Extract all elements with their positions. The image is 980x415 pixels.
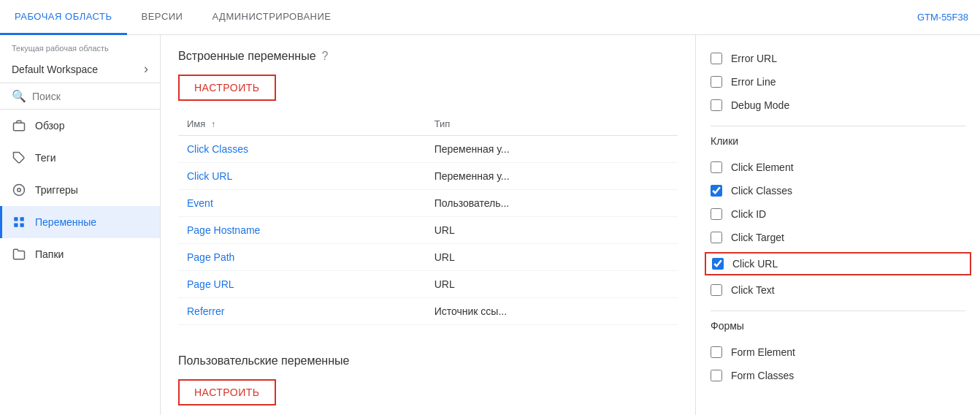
workspace-selector[interactable]: Default Workspace › xyxy=(0,56,160,83)
variable-link[interactable]: Page URL xyxy=(187,278,234,290)
error-url-checkbox[interactable] xyxy=(711,53,722,64)
debug-mode-checkbox[interactable] xyxy=(711,99,722,111)
table-row: Event Пользователь... xyxy=(178,190,678,217)
table-cell-name: Page URL xyxy=(178,271,426,298)
sidebar-item-tags-label: Теги xyxy=(35,152,55,164)
click-url-checkbox[interactable] xyxy=(712,258,724,270)
checkbox-error-url: Error URL xyxy=(711,47,965,70)
chevron-right-icon: › xyxy=(144,61,148,77)
table-cell-name: Click URL xyxy=(178,163,426,190)
click-target-label: Click Target xyxy=(731,232,784,243)
search-bar: 🔍 xyxy=(0,83,160,110)
panel-divider-1 xyxy=(711,126,965,126)
table-row: Referrer Источник ссы... xyxy=(178,298,678,325)
svg-rect-0 xyxy=(14,123,25,131)
click-classes-checkbox[interactable] xyxy=(711,185,722,197)
configure-button[interactable]: НАСТРОИТЬ xyxy=(178,75,276,101)
briefcase-icon xyxy=(12,118,26,133)
sidebar-item-folders[interactable]: Папки xyxy=(0,238,160,270)
error-line-label: Error Line xyxy=(731,76,776,88)
table-cell-type: Переменная у... xyxy=(426,163,678,190)
checkbox-form-element: Form Element xyxy=(711,340,965,364)
table-row: Page Path URL xyxy=(178,244,678,271)
sidebar-item-overview[interactable]: Обзор xyxy=(0,110,160,142)
checkbox-click-classes: Click Classes xyxy=(711,179,965,202)
checkbox-click-target: Click Target xyxy=(711,226,965,249)
gtm-id: GTM-55F38 xyxy=(906,12,980,23)
tab-admin[interactable]: АДМИНИСТРИРОВАНИЕ xyxy=(197,0,345,35)
sidebar-item-folders-label: Папки xyxy=(35,248,64,260)
click-id-label: Click ID xyxy=(731,208,766,220)
checkbox-debug-mode: Debug Mode xyxy=(711,94,965,117)
tab-workspace[interactable]: РАБОЧАЯ ОБЛАСТЬ xyxy=(0,0,127,35)
clicks-title: Клики xyxy=(711,135,965,147)
click-text-label: Click Text xyxy=(731,284,775,296)
click-element-checkbox[interactable] xyxy=(711,161,722,173)
checkbox-click-element: Click Element xyxy=(711,156,965,179)
sidebar-item-tags[interactable]: Теги xyxy=(0,142,160,174)
top-nav: РАБОЧАЯ ОБЛАСТЬ ВЕРСИИ АДМИНИСТРИРОВАНИЕ… xyxy=(0,0,980,35)
main-layout: Текущая рабочая область Default Workspac… xyxy=(0,35,980,415)
workspace-label: Текущая рабочая область xyxy=(0,35,160,56)
error-line-checkbox[interactable] xyxy=(711,76,722,88)
table-cell-type: Переменная у... xyxy=(426,136,678,163)
checkbox-click-text: Click Text xyxy=(711,278,965,302)
form-classes-checkbox[interactable] xyxy=(711,370,722,381)
click-text-checkbox[interactable] xyxy=(711,284,722,296)
svg-rect-5 xyxy=(20,217,24,221)
variable-link[interactable]: Page Hostname xyxy=(187,224,260,236)
variable-link[interactable]: Event xyxy=(187,197,213,209)
click-target-checkbox[interactable] xyxy=(711,232,722,243)
click-url-label: Click URL xyxy=(732,258,778,270)
table-row: Page Hostname URL xyxy=(178,217,678,244)
svg-rect-7 xyxy=(20,224,24,227)
table-cell-name: Page Path xyxy=(178,244,426,271)
sidebar: Текущая рабочая область Default Workspac… xyxy=(0,35,161,415)
click-element-label: Click Element xyxy=(731,161,794,173)
svg-rect-6 xyxy=(14,224,18,227)
table-cell-type: URL xyxy=(426,217,678,244)
search-icon: 🔍 xyxy=(12,89,26,103)
forms-title: Формы xyxy=(711,320,965,332)
variable-link[interactable]: Click Classes xyxy=(187,143,248,155)
table-cell-name: Click Classes xyxy=(178,136,426,163)
table-cell-name: Referrer xyxy=(178,298,426,325)
checkbox-form-classes: Form Classes xyxy=(711,364,965,387)
checkbox-error-line: Error Line xyxy=(711,70,965,94)
sidebar-item-variables-label: Переменные xyxy=(35,216,96,228)
variable-link[interactable]: Page Path xyxy=(187,251,234,263)
builtin-section-title: Встроенные переменные ? xyxy=(178,50,678,63)
help-icon[interactable]: ? xyxy=(322,50,329,63)
svg-point-2 xyxy=(14,185,25,196)
custom-section-title: Пользовательские переменные xyxy=(178,354,678,368)
sidebar-item-triggers[interactable]: Триггеры xyxy=(0,174,160,206)
search-input[interactable] xyxy=(32,91,148,102)
content-area: Встроенные переменные ? НАСТРОИТЬ Имя ↑ … xyxy=(161,35,695,415)
circle-icon xyxy=(12,183,26,197)
click-classes-label: Click Classes xyxy=(731,185,792,197)
table-cell-type: URL xyxy=(426,271,678,298)
col-name: Имя ↑ xyxy=(178,113,426,136)
svg-point-3 xyxy=(18,189,21,192)
custom-section: Пользовательские переменные НАСТРОИТЬ xyxy=(178,343,678,415)
tab-versions[interactable]: ВЕРСИИ xyxy=(127,0,198,35)
tag-icon xyxy=(12,151,26,165)
configure-custom-button[interactable]: НАСТРОИТЬ xyxy=(178,379,276,406)
col-type: Тип xyxy=(426,113,678,136)
debug-mode-label: Debug Mode xyxy=(731,99,789,111)
sidebar-item-variables[interactable]: Переменные xyxy=(0,206,160,238)
table-row: Page URL URL xyxy=(178,271,678,298)
table-cell-type: URL xyxy=(426,244,678,271)
table-cell-name: Page Hostname xyxy=(178,217,426,244)
variable-link[interactable]: Referrer xyxy=(187,305,224,317)
content-inner: Встроенные переменные ? НАСТРОИТЬ Имя ↑ … xyxy=(161,35,695,415)
table-cell-name: Event xyxy=(178,190,426,217)
error-section: Error URL Error Line Debug Mode xyxy=(711,47,965,117)
form-classes-label: Form Classes xyxy=(731,370,794,381)
variable-link[interactable]: Click URL xyxy=(187,170,232,182)
form-element-checkbox[interactable] xyxy=(711,346,722,358)
folder-icon xyxy=(12,247,26,262)
clicks-section: Клики Click Element Click Classes Click … xyxy=(711,135,965,302)
click-id-checkbox[interactable] xyxy=(711,208,722,220)
table-row: Click URL Переменная у... xyxy=(178,163,678,190)
